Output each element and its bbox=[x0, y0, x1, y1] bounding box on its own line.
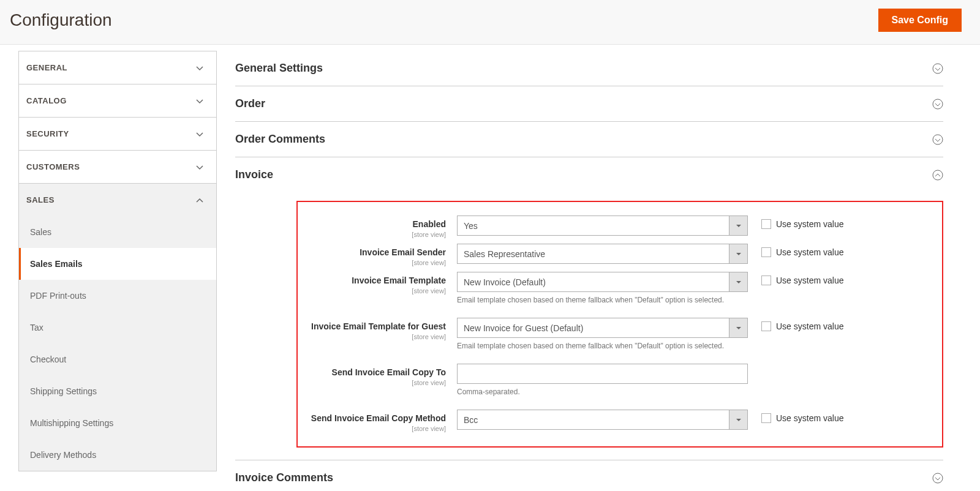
nav-section-label: General bbox=[26, 63, 67, 72]
enabled-select[interactable]: Yes bbox=[457, 216, 748, 236]
caret-down-icon bbox=[729, 410, 747, 429]
field-note: Comma-separated. bbox=[457, 388, 748, 396]
chevron-down-icon bbox=[195, 64, 204, 72]
subnav-sales-emails[interactable]: Sales Emails bbox=[19, 248, 216, 280]
field-label-col: Enabled [store view] bbox=[298, 216, 457, 239]
use-system-label: Use system value bbox=[776, 413, 843, 423]
copy-to-input[interactable] bbox=[457, 364, 748, 384]
group-title: Order Comments bbox=[235, 133, 325, 146]
use-system-col: Use system value bbox=[748, 318, 843, 331]
field-copy-to: Send Invoice Email Copy To [store view] … bbox=[298, 364, 927, 405]
main-content: General Settings Order Order Comments In… bbox=[217, 51, 980, 491]
field-label-col: Invoice Email Template for Guest [store … bbox=[298, 318, 457, 341]
use-system-label: Use system value bbox=[776, 321, 843, 331]
use-system-col: Use system value bbox=[748, 272, 843, 285]
use-system-label: Use system value bbox=[776, 247, 843, 257]
field-label: Invoice Email Template for Guest bbox=[298, 321, 446, 331]
svg-point-4 bbox=[933, 473, 943, 483]
subnav-checkout[interactable]: Checkout bbox=[19, 343, 216, 375]
field-scope: [store view] bbox=[412, 379, 446, 386]
field-label-col: Invoice Email Template [store view] bbox=[298, 272, 457, 295]
select-value: Bcc bbox=[458, 410, 729, 429]
use-system-checkbox[interactable] bbox=[761, 413, 771, 423]
nav-section-sales[interactable]: Sales bbox=[19, 184, 216, 216]
select-value: New Invoice for Guest (Default) bbox=[458, 318, 729, 337]
use-system-checkbox[interactable] bbox=[761, 275, 771, 285]
field-label-col: Send Invoice Email Copy Method [store vi… bbox=[298, 410, 457, 433]
chevron-down-icon bbox=[195, 163, 204, 171]
field-control: Sales Representative bbox=[457, 244, 748, 264]
group-title: Order bbox=[235, 97, 265, 110]
guest-template-select[interactable]: New Invoice for Guest (Default) bbox=[457, 318, 748, 338]
field-control: Bcc bbox=[457, 410, 748, 430]
svg-point-3 bbox=[933, 170, 943, 180]
svg-point-1 bbox=[933, 99, 943, 109]
field-label: Invoice Email Sender bbox=[298, 247, 446, 257]
chevron-down-icon bbox=[195, 130, 204, 138]
nav-section-security[interactable]: Security bbox=[19, 118, 216, 151]
subnav-shipping[interactable]: Shipping Settings bbox=[19, 375, 216, 407]
collapse-icon bbox=[932, 170, 943, 181]
group-order-comments[interactable]: Order Comments bbox=[235, 122, 943, 157]
use-system-col bbox=[748, 364, 761, 367]
field-control: Comma-separated. bbox=[457, 364, 748, 405]
use-system-checkbox[interactable] bbox=[761, 247, 771, 257]
copy-method-select[interactable]: Bcc bbox=[457, 410, 748, 430]
nav-section-customers[interactable]: Customers bbox=[19, 151, 216, 184]
group-order[interactable]: Order bbox=[235, 86, 943, 122]
group-general-settings[interactable]: General Settings bbox=[235, 51, 943, 86]
caret-down-icon bbox=[729, 216, 747, 235]
select-value: Yes bbox=[458, 216, 729, 235]
field-scope: [store view] bbox=[412, 287, 446, 294]
svg-point-0 bbox=[933, 64, 943, 73]
field-note: Email template chosen based on theme fal… bbox=[457, 342, 748, 350]
expand-icon bbox=[932, 134, 943, 145]
expand-icon bbox=[932, 473, 943, 484]
layout: General Catalog Security Customers bbox=[0, 45, 980, 491]
use-system-checkbox[interactable] bbox=[761, 219, 771, 229]
nav-box: General Catalog Security Customers bbox=[18, 51, 217, 471]
svg-point-2 bbox=[933, 135, 943, 144]
select-value: New Invoice (Default) bbox=[458, 272, 729, 291]
caret-down-icon bbox=[729, 272, 747, 291]
subnav-tax[interactable]: Tax bbox=[19, 312, 216, 343]
field-scope: [store view] bbox=[412, 259, 446, 266]
subnav-sales[interactable]: Sales bbox=[19, 216, 216, 248]
use-system-col: Use system value bbox=[748, 410, 843, 423]
template-select[interactable]: New Invoice (Default) bbox=[457, 272, 748, 292]
nav-section-label: Sales bbox=[26, 195, 55, 204]
nav-section-label: Security bbox=[26, 129, 69, 138]
field-copy-method: Send Invoice Email Copy Method [store vi… bbox=[298, 410, 927, 433]
field-control: New Invoice (Default) Email template cho… bbox=[457, 272, 748, 313]
nav-section-label: Customers bbox=[26, 162, 80, 171]
field-enabled: Enabled [store view] Yes Use system valu… bbox=[298, 216, 927, 239]
field-scope: [store view] bbox=[412, 333, 446, 340]
subnav-multishipping[interactable]: Multishipping Settings bbox=[19, 407, 216, 439]
use-system-checkbox[interactable] bbox=[761, 321, 771, 331]
use-system-label: Use system value bbox=[776, 219, 843, 229]
chevron-up-icon bbox=[195, 196, 204, 204]
config-sidebar: General Catalog Security Customers bbox=[0, 51, 217, 491]
group-title: General Settings bbox=[235, 62, 323, 75]
use-system-label: Use system value bbox=[776, 275, 843, 285]
nav-section-general[interactable]: General bbox=[19, 51, 216, 84]
field-control: New Invoice for Guest (Default) Email te… bbox=[457, 318, 748, 359]
group-invoice[interactable]: Invoice bbox=[235, 157, 943, 192]
save-config-button[interactable]: Save Config bbox=[878, 9, 962, 32]
field-scope: [store view] bbox=[412, 425, 446, 432]
field-label: Send Invoice Email Copy To bbox=[298, 367, 446, 377]
field-scope: [store view] bbox=[412, 231, 446, 238]
subnav-delivery[interactable]: Delivery Methods bbox=[19, 439, 216, 471]
group-title: Invoice Comments bbox=[235, 471, 333, 484]
group-invoice-comments[interactable]: Invoice Comments bbox=[235, 460, 943, 491]
use-system-col: Use system value bbox=[748, 244, 843, 257]
nav-section-catalog[interactable]: Catalog bbox=[19, 84, 216, 118]
field-control: Yes bbox=[457, 216, 748, 236]
page-header: Configuration Save Config bbox=[0, 0, 980, 45]
subnav-pdf-printouts[interactable]: PDF Print-outs bbox=[19, 280, 216, 312]
nav-subnav-sales: Sales Sales Emails PDF Print-outs Tax Ch… bbox=[19, 216, 216, 471]
page-title: Configuration bbox=[10, 10, 112, 30]
caret-down-icon bbox=[729, 244, 747, 263]
sender-select[interactable]: Sales Representative bbox=[457, 244, 748, 264]
chevron-down-icon bbox=[195, 97, 204, 105]
